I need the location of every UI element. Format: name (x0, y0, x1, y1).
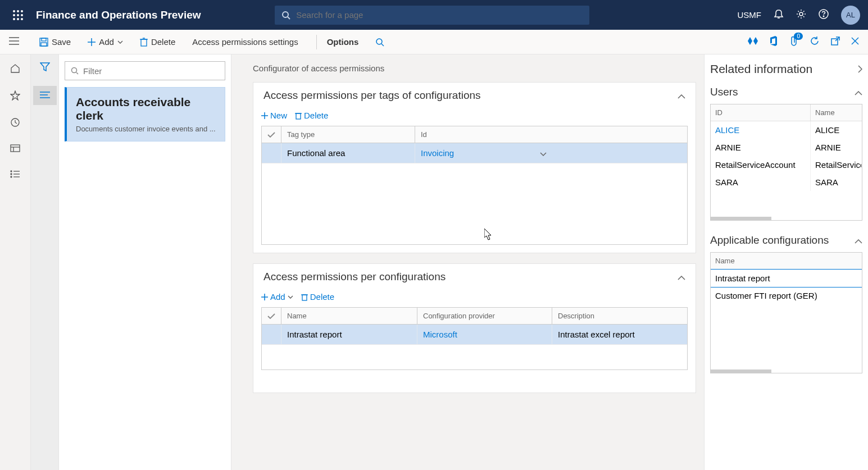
waffle-icon[interactable] (8, 10, 28, 20)
select-all-checkbox[interactable] (262, 126, 281, 143)
svg-point-37 (11, 171, 12, 172)
svg-point-8 (21, 18, 23, 20)
top-navbar: Finance and Operations Preview USMF AL (0, 0, 868, 30)
trash-icon (140, 38, 148, 47)
save-label: Save (52, 37, 71, 47)
chevron-down-icon[interactable] (540, 148, 547, 158)
svg-point-7 (17, 18, 19, 20)
global-search[interactable] (275, 6, 589, 25)
add-button[interactable]: Add (261, 292, 293, 302)
col-user-id[interactable]: ID (711, 104, 811, 121)
cell-desc[interactable]: Intrastat excel report (552, 325, 649, 344)
help-icon[interactable] (819, 9, 829, 21)
horizontal-scrollbar[interactable] (711, 369, 771, 373)
table-row[interactable]: Functional area Invoicing (262, 143, 687, 163)
card-tags-header[interactable]: Access permissions per tags of configura… (253, 83, 696, 108)
gear-icon[interactable] (796, 9, 806, 21)
svg-line-10 (288, 17, 290, 19)
card-tags: Access permissions per tags of configura… (253, 82, 696, 253)
list-view-icon[interactable] (33, 86, 57, 105)
bell-icon[interactable] (774, 9, 784, 21)
svg-point-0 (13, 10, 15, 12)
filter-input[interactable] (83, 66, 219, 76)
home-icon[interactable] (10, 63, 20, 76)
table-row[interactable]: ARNIEARNIE (711, 139, 862, 156)
svg-point-47 (72, 68, 77, 73)
add-button[interactable]: Add (83, 35, 128, 49)
search-icon (71, 67, 79, 75)
users-section-header[interactable]: Users (710, 86, 862, 98)
cell-id[interactable]: Invoicing (415, 143, 552, 163)
office-icon[interactable] (769, 36, 778, 48)
svg-point-1 (17, 10, 19, 12)
new-button[interactable]: New (261, 111, 287, 120)
options-button[interactable]: Options (322, 35, 363, 49)
refresh-icon[interactable] (810, 36, 820, 48)
delete-button[interactable]: Delete (135, 35, 180, 49)
svg-point-6 (13, 18, 15, 20)
chevron-up-icon (678, 271, 685, 283)
list-item[interactable]: Accounts receivable clerk Documents cust… (65, 87, 225, 142)
workspace-icon[interactable] (10, 144, 20, 156)
filter-icon[interactable] (40, 62, 50, 74)
cell-tagtype[interactable]: Functional area (281, 143, 415, 163)
table-row[interactable]: Intrastat report Microsoft Intrastat exc… (262, 325, 687, 345)
tags-grid: Tag type Id Functional area Invoicing (261, 126, 688, 245)
filter-input-wrap[interactable] (65, 61, 225, 80)
card-configs-header[interactable]: Access permissions per configurations (253, 264, 696, 290)
table-row[interactable]: Customer FTI report (GER) (711, 287, 862, 304)
search-icon (375, 38, 384, 47)
col-name[interactable]: Name (281, 308, 417, 324)
delete-label: Delete (151, 37, 175, 47)
table-row[interactable]: Intrastat report (710, 269, 862, 288)
popout-icon[interactable] (831, 36, 840, 48)
svg-rect-51 (296, 113, 301, 119)
cell-provider[interactable]: Microsoft (417, 325, 552, 344)
copilot-icon[interactable] (748, 37, 758, 47)
close-icon[interactable] (851, 37, 859, 47)
cell-name[interactable]: Intrastat report (281, 325, 417, 344)
col-id[interactable]: Id (415, 126, 552, 143)
configs-grid: Name Configuration provider Description … (261, 307, 688, 370)
configs-section-header[interactable]: Applicable configurations (710, 234, 862, 247)
svg-rect-19 (42, 38, 46, 41)
table-row[interactable]: ALICEALICE (711, 121, 862, 139)
star-icon[interactable] (10, 90, 20, 103)
select-all-checkbox[interactable] (262, 308, 281, 324)
search-action-button[interactable] (371, 35, 389, 49)
col-config-name[interactable]: Name (711, 253, 862, 269)
svg-point-2 (21, 10, 23, 12)
hamburger-icon[interactable] (9, 37, 19, 47)
related-info-title[interactable]: Related information (710, 62, 862, 76)
col-user-name[interactable]: Name (811, 104, 861, 121)
svg-line-48 (76, 72, 78, 74)
avatar[interactable]: AL (841, 6, 860, 25)
save-button[interactable]: Save (35, 35, 75, 49)
chevron-up-icon (855, 234, 862, 247)
access-permissions-settings-link[interactable]: Access permissions settings (188, 35, 302, 49)
list-panel: Accounts receivable clerk Documents cust… (59, 54, 231, 470)
svg-marker-32 (11, 91, 20, 100)
col-tagtype[interactable]: Tag type (281, 126, 415, 143)
users-table: ID Name ALICEALICE ARNIEARNIE RetailServ… (710, 104, 862, 221)
delete-button[interactable]: Delete (301, 292, 334, 302)
card-tags-title: Access permissions per tags of configura… (263, 89, 481, 102)
delete-button[interactable]: Delete (295, 111, 328, 120)
col-desc[interactable]: Description (552, 308, 649, 324)
horizontal-scrollbar[interactable] (711, 217, 771, 220)
svg-point-3 (13, 14, 15, 16)
col-provider[interactable]: Configuration provider (417, 308, 552, 324)
chevron-down-icon (288, 295, 293, 299)
attachments-button[interactable]: 0 (789, 36, 798, 48)
modules-icon[interactable] (10, 170, 20, 180)
chevron-right-icon (858, 62, 862, 76)
row-checkbox[interactable] (262, 143, 281, 163)
svg-point-39 (11, 174, 12, 175)
table-row[interactable]: SARASARA (711, 174, 862, 191)
recent-icon[interactable] (10, 117, 20, 130)
table-row[interactable]: RetailServiceAccountRetailServiceAccount (711, 156, 862, 174)
row-checkbox[interactable] (262, 325, 281, 344)
card-configs-title: Access permissions per configurations (263, 271, 446, 283)
global-search-input[interactable] (296, 10, 583, 20)
environment-label[interactable]: USMF (737, 10, 761, 20)
